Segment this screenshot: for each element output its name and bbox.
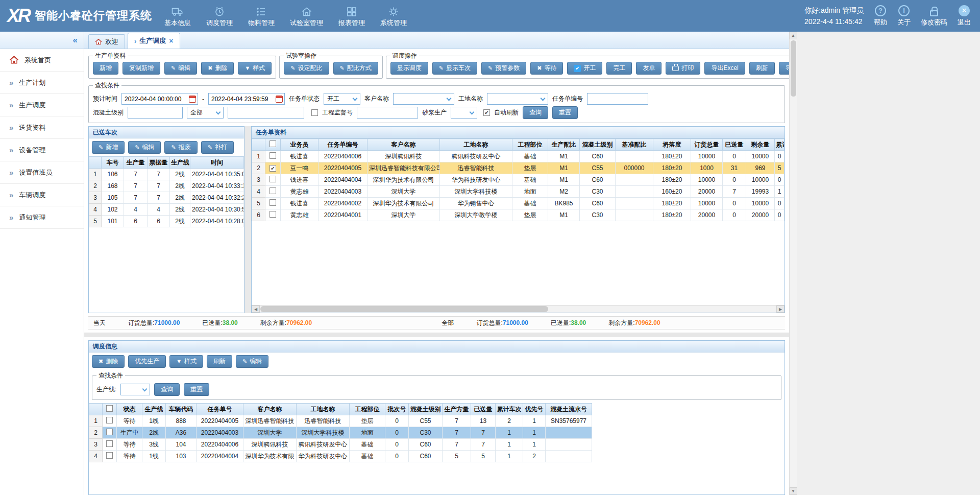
add-button[interactable]: ✎新增 <box>92 141 125 154</box>
column-header[interactable]: 生产配比 <box>548 139 580 151</box>
table-row[interactable]: 4102442线2022-04-04 10:30:52 <box>89 204 244 216</box>
column-header[interactable]: 混凝土流水号 <box>546 404 592 415</box>
column-header[interactable]: 剩余量 <box>746 139 775 151</box>
nav-item-report-mgmt[interactable]: 报表管理 <box>338 5 365 28</box>
wait-button[interactable]: ✖等待 <box>530 62 563 75</box>
table-row[interactable]: 2豆一鸣20220404005深圳迅睿智能科技有限公司迅睿智能科技垫层M1C55… <box>252 162 785 174</box>
table-row[interactable]: 6黄志雄20220404001深圳大学深圳大学教学楼垫层M1C30180±202… <box>252 209 785 221</box>
column-header[interactable]: 票据量 <box>148 157 170 169</box>
panel-splitter[interactable] <box>244 126 251 313</box>
style-button[interactable]: ▼样式 <box>238 62 272 75</box>
checkbox[interactable] <box>106 405 113 412</box>
column-header[interactable]: 累计车次 <box>775 139 785 151</box>
import-button[interactable]: 导入 <box>779 62 789 75</box>
scroll-left-arrow[interactable]: ◀ <box>252 305 260 313</box>
table-row[interactable]: 3钱进喜20220404004深圳华为技术有限公司华为科技研发中心基础M1C60… <box>252 174 785 186</box>
tab-welcome[interactable]: 欢迎 <box>88 34 125 49</box>
column-header[interactable]: 生产量 <box>124 157 148 169</box>
column-header[interactable]: 车辆代码 <box>166 404 197 415</box>
add-button[interactable]: 新增 <box>93 62 118 75</box>
column-header[interactable]: 工程部位 <box>350 404 385 415</box>
reprint-button[interactable]: ✎补打 <box>201 141 234 154</box>
scroll-down-arrow[interactable]: ▼ <box>790 487 797 495</box>
column-header[interactable]: 工地名称 <box>440 139 512 151</box>
time-to-input[interactable] <box>211 96 274 103</box>
column-header[interactable]: 批次号 <box>385 404 409 415</box>
set-mix-ratio-button[interactable]: ✎设定配比 <box>284 62 329 75</box>
edit-button[interactable]: ✎编辑 <box>128 141 161 154</box>
checkbox-checked[interactable] <box>270 165 276 172</box>
nav-item-lab-mgmt[interactable]: 试验室管理 <box>290 5 323 28</box>
column-header[interactable]: 业务员 <box>281 139 318 151</box>
scrollbar-thumb[interactable] <box>791 40 796 97</box>
order-no-input[interactable] <box>587 93 648 105</box>
print-button[interactable]: 打印 <box>666 62 700 75</box>
column-header[interactable]: 混凝土级别 <box>409 404 443 415</box>
column-header[interactable]: 生产线 <box>142 404 166 415</box>
table-row[interactable]: 2生产中2线A3620220404003深圳大学深圳大学科技楼地面0C30771… <box>89 427 592 439</box>
checkbox[interactable] <box>106 417 113 423</box>
all-filter-select[interactable]: 全部 <box>187 107 224 119</box>
column-header[interactable]: 累计车次 <box>496 404 523 415</box>
nav-item-dispatch-mgmt[interactable]: 调度管理 <box>206 5 233 28</box>
delete-button[interactable]: ✖删除 <box>201 62 234 75</box>
sidebar-item-home[interactable]: 系统首页 <box>0 49 84 72</box>
nav-item-material-mgmt[interactable]: 物料管理 <box>248 5 275 28</box>
refresh-button[interactable]: 刷新 <box>207 355 232 368</box>
help-button[interactable]: ? 帮助 <box>874 5 887 27</box>
column-header[interactable]: 已送量 <box>723 139 746 151</box>
checkbox[interactable] <box>270 176 276 182</box>
column-header[interactable]: 优先号 <box>523 404 546 415</box>
sidebar-item-delivery-data[interactable]: » 送货资料 <box>0 116 84 139</box>
send-order-button[interactable]: 发单 <box>636 62 662 75</box>
copy-add-button[interactable]: 复制新增 <box>122 62 160 75</box>
concrete-grade-input[interactable] <box>128 107 183 119</box>
column-header[interactable]: 生产方量 <box>443 404 471 415</box>
warning-params-button[interactable]: ✎预警参数 <box>481 62 526 75</box>
column-header[interactable]: 混凝土级别 <box>580 139 616 151</box>
vertical-scrollbar[interactable]: ▲ ▼ <box>789 32 797 495</box>
show-dispatch-button[interactable]: 显示调度 <box>390 62 428 75</box>
calendar-icon[interactable] <box>189 96 196 103</box>
time-from-input[interactable] <box>125 96 187 103</box>
finish-work-button[interactable]: 完工 <box>606 62 632 75</box>
table-row[interactable]: 4黄志雄20220404003深圳大学深圳大学科技楼地面M2C30160±202… <box>252 186 785 198</box>
table-row[interactable]: 5101662线2022-04-04 10:28:04 <box>89 216 244 227</box>
calendar-icon[interactable] <box>276 96 283 103</box>
column-header[interactable]: 时间 <box>190 157 244 169</box>
supervision-input[interactable] <box>357 107 418 119</box>
checkbox[interactable] <box>270 211 276 218</box>
column-header[interactable]: 生产线 <box>170 157 190 169</box>
close-icon[interactable]: × <box>169 37 173 45</box>
change-password-button[interactable]: 修改密码 <box>921 5 947 27</box>
column-header[interactable]: 客户名称 <box>243 404 297 415</box>
sidebar-item-notice-mgmt[interactable]: » 通知管理 <box>0 206 84 229</box>
nav-item-system-mgmt[interactable]: 系统管理 <box>380 5 407 28</box>
column-header[interactable]: 任务单编号 <box>318 139 368 151</box>
start-work-button[interactable]: ✔开工 <box>567 62 602 75</box>
checkbox[interactable] <box>106 440 113 447</box>
table-row[interactable]: 3105772线2022-04-04 10:32:22 <box>89 192 244 204</box>
column-header[interactable]: 工程部位 <box>512 139 548 151</box>
style-button[interactable]: ▼样式 <box>169 355 203 368</box>
mortar-select[interactable] <box>451 107 477 119</box>
table-row[interactable]: 1106772线2022-04-04 10:35:01 <box>89 169 244 180</box>
supervision-checkbox[interactable] <box>311 109 318 116</box>
checkbox[interactable] <box>106 452 113 459</box>
mix-ratio-mode-button[interactable]: ✎配比方式 <box>333 62 378 75</box>
sidebar-item-equipment-mgmt[interactable]: » 设备管理 <box>0 139 84 161</box>
about-button[interactable]: i 关于 <box>897 5 911 27</box>
column-header[interactable]: 工地名称 <box>297 404 350 415</box>
table-row[interactable]: 4等待1线10320220404004深圳华为技术有限华为科技研发中心基础0C6… <box>89 451 592 462</box>
site-select[interactable] <box>487 93 548 105</box>
sidebar-item-duty-officer[interactable]: » 设置值班员 <box>0 161 84 184</box>
scroll-up-arrow[interactable]: ▲ <box>790 32 797 39</box>
task-status-select[interactable]: 开工 <box>324 93 360 105</box>
dispatch-reset-button[interactable]: 重置 <box>184 383 209 396</box>
table-row[interactable]: 1等待1线88820220404005深圳迅睿智能科技迅睿智能科技垫层0C557… <box>89 415 592 427</box>
column-header[interactable]: 车号 <box>102 157 124 169</box>
production-line-select[interactable] <box>120 384 150 395</box>
dispatch-query-button[interactable]: 查询 <box>154 383 180 396</box>
column-header[interactable]: 状态 <box>117 404 142 415</box>
auto-refresh-checkbox[interactable] <box>483 109 490 116</box>
